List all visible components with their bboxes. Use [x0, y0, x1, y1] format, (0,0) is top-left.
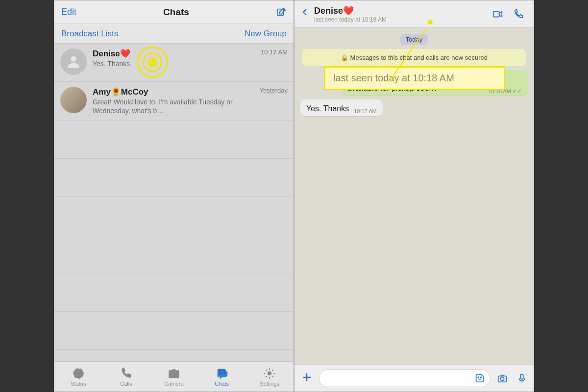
- message-time: 10:15 AM ✓✓: [489, 88, 522, 95]
- chat-preview: Great! Would love to, I'm available Tues…: [93, 98, 256, 115]
- compose-button[interactable]: [276, 7, 287, 18]
- tab-label: Camera: [164, 381, 183, 387]
- avatar: [60, 49, 87, 75]
- video-icon: [491, 9, 505, 20]
- list-item: [54, 121, 294, 159]
- chat-row[interactable]: Amy🌻McCoy Great! Would love to, I'm avai…: [54, 82, 294, 121]
- list-item: [54, 159, 294, 197]
- svg-point-6: [268, 371, 271, 375]
- message-time: 10:17 AM: [354, 108, 376, 114]
- conversation-header: Denise❤️ last seen today at 10:18 AM: [294, 0, 534, 28]
- message-incoming[interactable]: Yes. Thanks 10:17 AM: [300, 99, 383, 116]
- chat-preview: Yes. Thanks: [93, 60, 257, 69]
- tab-chats[interactable]: Chats: [198, 362, 246, 392]
- last-seen-label: last seen today at 10:18 AM: [314, 16, 488, 23]
- tab-label: Calls: [120, 381, 132, 387]
- svg-point-3: [77, 371, 80, 375]
- chats-header: Edit Chats: [54, 0, 294, 24]
- new-group-link[interactable]: New Group: [245, 29, 287, 39]
- mic-button[interactable]: [514, 370, 530, 386]
- chevron-left-icon: [300, 6, 309, 19]
- chats-subbar: Broadcast Lists New Group: [54, 24, 294, 44]
- gear-icon: [263, 367, 276, 380]
- message-text: Yes. Thanks: [306, 104, 349, 113]
- video-call-button[interactable]: [488, 4, 508, 24]
- svg-point-9: [481, 377, 482, 378]
- avatar: [60, 87, 87, 113]
- message-input-bar: [294, 364, 534, 392]
- contact-name[interactable]: Denise❤️: [314, 5, 488, 16]
- tab-bar: Status Calls Camera Chats Settings: [54, 361, 294, 392]
- list-item: [54, 273, 294, 312]
- svg-point-11: [500, 377, 504, 380]
- read-ticks-icon: ✓✓: [512, 88, 522, 95]
- back-button[interactable]: [297, 6, 312, 22]
- camera-button[interactable]: [494, 370, 510, 386]
- message-outgoing[interactable]: Hi Denise! Just wondering if the items w…: [341, 70, 528, 96]
- plus-icon: [301, 371, 313, 383]
- tab-label: Status: [71, 381, 86, 387]
- conversation-screen: Denise❤️ last seen today at 10:18 AM Tod…: [294, 0, 534, 392]
- camera-icon: [496, 373, 509, 384]
- svg-point-5: [172, 371, 176, 376]
- sticker-icon: [474, 373, 485, 384]
- tab-settings[interactable]: Settings: [245, 362, 294, 392]
- camera-icon: [168, 367, 180, 380]
- annotation-dot: [428, 20, 433, 24]
- chats-screen: Edit Chats Broadcast Lists New Group Den…: [54, 0, 294, 392]
- list-item: [54, 312, 294, 350]
- date-chip: Today: [400, 34, 429, 45]
- tab-label: Chats: [215, 381, 229, 387]
- list-item: [54, 197, 294, 235]
- chat-time: Yesterday: [260, 87, 288, 115]
- edit-button[interactable]: Edit: [61, 7, 76, 17]
- chat-list: Denise❤️ Yes. Thanks 10:17 AM Amy🌻McCoy …: [54, 44, 294, 361]
- message-text: Hi Denise! Just wondering if the items w…: [347, 75, 502, 92]
- message-input[interactable]: [319, 369, 490, 387]
- tab-calls[interactable]: Calls: [102, 362, 150, 392]
- chat-row[interactable]: Denise❤️ Yes. Thanks 10:17 AM: [54, 44, 294, 82]
- person-icon: [65, 53, 82, 70]
- svg-point-8: [478, 377, 479, 378]
- status-icon: [72, 367, 85, 380]
- broadcast-lists-link[interactable]: Broadcast Lists: [61, 29, 118, 39]
- svg-rect-7: [493, 11, 499, 17]
- chat-time: 10:17 AM: [261, 49, 288, 76]
- attach-button[interactable]: [298, 370, 315, 387]
- chat-name: Denise❤️: [93, 49, 257, 59]
- phone-icon: [120, 367, 132, 380]
- tab-label: Settings: [260, 381, 279, 387]
- list-item: [54, 235, 294, 273]
- svg-point-1: [71, 56, 76, 62]
- encryption-notice: 🔒 Messages to this chat and calls are no…: [302, 49, 526, 66]
- chats-icon: [216, 367, 228, 380]
- phone-icon: [513, 8, 524, 20]
- svg-rect-12: [520, 374, 523, 379]
- chat-name: Amy🌻McCoy: [93, 87, 256, 97]
- compose-icon: [276, 7, 287, 18]
- voice-call-button[interactable]: [508, 4, 529, 24]
- page-title: Chats: [163, 7, 189, 18]
- tab-status[interactable]: Status: [54, 362, 102, 392]
- conversation-body[interactable]: Today 🔒 Messages to this chat and calls …: [294, 28, 534, 364]
- mic-icon: [516, 372, 527, 385]
- tab-camera[interactable]: Camera: [150, 362, 198, 392]
